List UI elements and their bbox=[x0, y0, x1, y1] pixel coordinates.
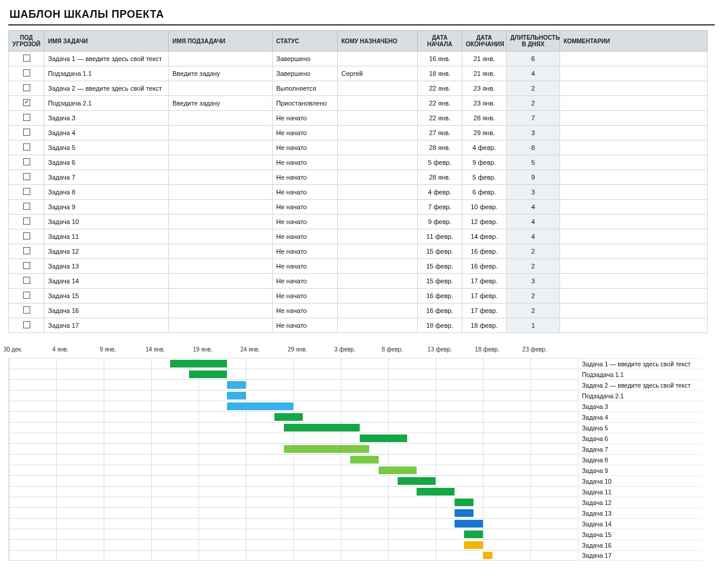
cell-assigned[interactable] bbox=[338, 318, 418, 333]
cell-assigned[interactable] bbox=[338, 52, 418, 66]
cell-assigned[interactable] bbox=[338, 244, 418, 259]
cell-name[interactable]: Задача 13 bbox=[44, 259, 169, 274]
cell-name[interactable]: Задача 9 bbox=[44, 200, 169, 215]
cell-status[interactable]: Не начато bbox=[273, 318, 338, 333]
cell-sub[interactable]: Введите задачу bbox=[169, 66, 273, 81]
risk-checkbox[interactable] bbox=[23, 306, 30, 314]
cell-name[interactable]: Задача 7 bbox=[44, 170, 169, 185]
risk-checkbox[interactable] bbox=[23, 84, 30, 91]
cell-assigned[interactable] bbox=[338, 215, 418, 229]
cell-assigned[interactable]: Сергей bbox=[338, 66, 418, 81]
cell-status[interactable]: Не начато bbox=[273, 140, 338, 155]
risk-checkbox[interactable] bbox=[23, 277, 30, 284]
cell-dur[interactable]: 2 bbox=[507, 96, 560, 111]
cell-status[interactable]: Не начато bbox=[273, 111, 338, 126]
cell-assigned[interactable] bbox=[338, 229, 418, 244]
cell-sub[interactable] bbox=[169, 155, 273, 170]
cell-name[interactable]: Задача 4 bbox=[44, 126, 169, 140]
cell-name[interactable]: Задача 1 — введите здесь свой текст bbox=[44, 52, 169, 66]
cell-sub[interactable] bbox=[169, 229, 273, 244]
cell-dur[interactable]: 9 bbox=[507, 170, 560, 185]
cell-assigned[interactable] bbox=[338, 126, 418, 140]
cell-sub[interactable] bbox=[169, 200, 273, 215]
cell-dur[interactable]: 8 bbox=[507, 140, 560, 155]
cell-end[interactable]: 17 февр. bbox=[462, 274, 507, 289]
cell-start[interactable]: 16 янв. bbox=[418, 52, 462, 66]
cell-name[interactable]: Задача 14 bbox=[44, 274, 169, 289]
risk-checkbox[interactable] bbox=[23, 129, 30, 136]
cell-sub[interactable] bbox=[169, 140, 273, 155]
cell-end[interactable]: 29 янв. bbox=[462, 126, 507, 140]
cell-end[interactable]: 4 февр. bbox=[462, 140, 507, 155]
cell-comment[interactable] bbox=[560, 52, 708, 66]
risk-checkbox[interactable] bbox=[23, 158, 30, 165]
cell-name[interactable]: Задача 12 bbox=[44, 244, 169, 259]
cell-comment[interactable] bbox=[560, 170, 708, 185]
cell-status[interactable]: Не начато bbox=[273, 155, 338, 170]
cell-status[interactable]: Не начато bbox=[273, 274, 338, 289]
cell-end[interactable]: 18 февр. bbox=[462, 318, 507, 333]
cell-name[interactable]: Задача 11 bbox=[44, 229, 169, 244]
cell-start[interactable]: 22 янв. bbox=[418, 96, 462, 111]
cell-assigned[interactable] bbox=[338, 155, 418, 170]
cell-sub[interactable] bbox=[169, 52, 273, 66]
cell-start[interactable]: 15 февр. bbox=[418, 244, 462, 259]
cell-dur[interactable]: 3 bbox=[507, 126, 560, 140]
cell-end[interactable]: 12 февр. bbox=[462, 215, 507, 229]
cell-dur[interactable]: 6 bbox=[507, 52, 560, 66]
cell-start[interactable]: 4 февр. bbox=[418, 185, 462, 200]
cell-assigned[interactable] bbox=[338, 289, 418, 303]
risk-checkbox[interactable] bbox=[23, 143, 30, 151]
cell-dur[interactable]: 4 bbox=[507, 200, 560, 215]
cell-status[interactable]: Завершено bbox=[273, 66, 338, 81]
cell-end[interactable]: 5 февр. bbox=[462, 170, 507, 185]
cell-start[interactable]: 15 февр. bbox=[418, 259, 462, 274]
cell-start[interactable]: 18 февр. bbox=[418, 318, 462, 333]
cell-sub[interactable] bbox=[169, 259, 273, 274]
cell-comment[interactable] bbox=[560, 244, 708, 259]
risk-checkbox[interactable] bbox=[23, 247, 30, 254]
cell-name[interactable]: Задача 2 — введите здесь свой текст bbox=[44, 81, 169, 96]
cell-assigned[interactable] bbox=[338, 81, 418, 96]
cell-sub[interactable] bbox=[169, 303, 273, 318]
cell-comment[interactable] bbox=[560, 303, 708, 318]
cell-sub[interactable] bbox=[169, 244, 273, 259]
cell-name[interactable]: Задача 17 bbox=[44, 318, 169, 333]
risk-checkbox[interactable] bbox=[23, 69, 30, 76]
cell-start[interactable]: 22 янв. bbox=[418, 111, 462, 126]
cell-status[interactable]: Не начато bbox=[273, 200, 338, 215]
cell-end[interactable]: 14 февр. bbox=[462, 229, 507, 244]
cell-name[interactable]: Задача 3 bbox=[44, 111, 169, 126]
cell-dur[interactable]: 2 bbox=[507, 244, 560, 259]
cell-sub[interactable] bbox=[169, 289, 273, 303]
cell-status[interactable]: Приостановлено bbox=[273, 96, 338, 111]
cell-status[interactable]: Не начато bbox=[273, 126, 338, 140]
cell-status[interactable]: Выполняется bbox=[273, 81, 338, 96]
cell-end[interactable]: 17 февр. bbox=[462, 303, 507, 318]
cell-start[interactable]: 16 февр. bbox=[418, 303, 462, 318]
cell-assigned[interactable] bbox=[338, 259, 418, 274]
cell-assigned[interactable] bbox=[338, 185, 418, 200]
cell-end[interactable]: 23 янв. bbox=[462, 96, 507, 111]
cell-status[interactable]: Не начато bbox=[273, 215, 338, 229]
cell-dur[interactable]: 2 bbox=[507, 289, 560, 303]
cell-name[interactable]: Задача 15 bbox=[44, 289, 169, 303]
cell-assigned[interactable] bbox=[338, 170, 418, 185]
cell-end[interactable]: 21 янв. bbox=[462, 52, 507, 66]
cell-start[interactable]: 7 февр. bbox=[418, 200, 462, 215]
risk-checkbox[interactable] bbox=[23, 292, 30, 299]
cell-comment[interactable] bbox=[560, 200, 708, 215]
cell-end[interactable]: 21 янв. bbox=[462, 66, 507, 81]
cell-comment[interactable] bbox=[560, 185, 708, 200]
cell-dur[interactable]: 2 bbox=[507, 303, 560, 318]
cell-comment[interactable] bbox=[560, 66, 708, 81]
cell-assigned[interactable] bbox=[338, 140, 418, 155]
cell-start[interactable]: 22 янв. bbox=[418, 81, 462, 96]
cell-status[interactable]: Не начато bbox=[273, 244, 338, 259]
cell-name[interactable]: Задача 16 bbox=[44, 303, 169, 318]
cell-comment[interactable] bbox=[560, 215, 708, 229]
risk-checkbox[interactable] bbox=[23, 262, 30, 269]
cell-comment[interactable] bbox=[560, 259, 708, 274]
cell-end[interactable]: 23 янв. bbox=[462, 81, 507, 96]
cell-dur[interactable]: 5 bbox=[507, 155, 560, 170]
